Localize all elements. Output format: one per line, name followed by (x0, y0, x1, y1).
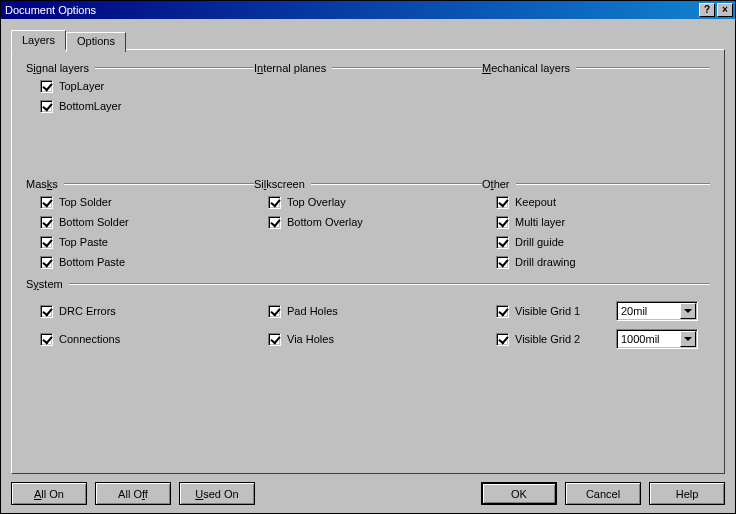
checkbox-icon (268, 216, 281, 229)
checkbox-bottom-solder[interactable]: Bottom Solder (40, 214, 254, 230)
group-other: Other (482, 178, 710, 190)
group-system: System (26, 278, 710, 290)
checkbox-icon (268, 333, 281, 346)
checkbox-keepout[interactable]: Keepout (496, 194, 710, 210)
used-on-button[interactable]: Used On (179, 482, 255, 505)
titlebar: Document Options ? × (1, 1, 735, 19)
checkbox-pad-holes[interactable]: Pad Holes (268, 300, 482, 322)
checkbox-icon (40, 236, 53, 249)
checkbox-icon (40, 80, 53, 93)
checkbox-drill-guide[interactable]: Drill guide (496, 234, 710, 250)
tab-options[interactable]: Options (66, 32, 126, 52)
checkbox-icon (40, 100, 53, 113)
group-signal-layers: Signal layers (26, 62, 254, 74)
checkbox-top-paste[interactable]: Top Paste (40, 234, 254, 250)
button-row: All On All Off Used On OK Cancel Help (11, 474, 725, 505)
combo-grid-1[interactable]: 20mil (616, 301, 698, 321)
label-visible-grid-1: Visible Grid 1 (515, 305, 580, 317)
checkbox-drc-errors[interactable]: DRC Errors (40, 300, 254, 322)
checkbox-icon (40, 305, 53, 318)
all-on-button[interactable]: All On (11, 482, 87, 505)
checkbox-icon (496, 236, 509, 249)
checkbox-top-solder[interactable]: Top Solder (40, 194, 254, 210)
group-masks: Masks (26, 178, 254, 190)
tab-panel-layers: Signal layers TopLayer BottomLayer Inter… (11, 49, 725, 474)
close-button[interactable]: × (717, 3, 733, 17)
group-internal-planes: Internal planes (254, 62, 482, 74)
all-off-button[interactable]: All Off (95, 482, 171, 505)
checkbox-connections[interactable]: Connections (40, 328, 254, 350)
checkbox-multilayer[interactable]: Multi layer (496, 214, 710, 230)
checkbox-icon (496, 256, 509, 269)
tab-strip: Layers Options (11, 29, 725, 49)
help-dialog-button[interactable]: Help (649, 482, 725, 505)
checkbox-icon (268, 305, 281, 318)
checkbox-visible-grid-2[interactable] (496, 333, 509, 346)
group-mechanical-layers: Mechanical layers (482, 62, 710, 74)
label-visible-grid-2: Visible Grid 2 (515, 333, 580, 345)
combo-grid-2[interactable]: 1000mil (616, 329, 698, 349)
help-button[interactable]: ? (699, 3, 715, 17)
tab-layers[interactable]: Layers (11, 30, 66, 50)
checkbox-icon (496, 216, 509, 229)
chevron-down-icon (680, 303, 696, 319)
checkbox-bottom-overlay[interactable]: Bottom Overlay (268, 214, 482, 230)
checkbox-icon (40, 196, 53, 209)
checkbox-via-holes[interactable]: Via Holes (268, 328, 482, 350)
dialog-body: Layers Options Signal layers TopLayer (1, 19, 735, 513)
checkbox-toplayer[interactable]: TopLayer (40, 78, 254, 94)
checkbox-bottom-paste[interactable]: Bottom Paste (40, 254, 254, 270)
checkbox-icon (40, 333, 53, 346)
cancel-button[interactable]: Cancel (565, 482, 641, 505)
checkbox-bottomlayer[interactable]: BottomLayer (40, 98, 254, 114)
group-silkscreen: Silkscreen (254, 178, 482, 190)
checkbox-icon (496, 196, 509, 209)
checkbox-icon (40, 216, 53, 229)
ok-button[interactable]: OK (481, 482, 557, 505)
checkbox-top-overlay[interactable]: Top Overlay (268, 194, 482, 210)
chevron-down-icon (680, 331, 696, 347)
checkbox-visible-grid-1[interactable] (496, 305, 509, 318)
checkbox-icon (40, 256, 53, 269)
dialog-window: Document Options ? × Layers Options Sign… (0, 0, 736, 514)
checkbox-icon (268, 196, 281, 209)
checkbox-drill-drawing[interactable]: Drill drawing (496, 254, 710, 270)
window-title: Document Options (3, 4, 697, 16)
